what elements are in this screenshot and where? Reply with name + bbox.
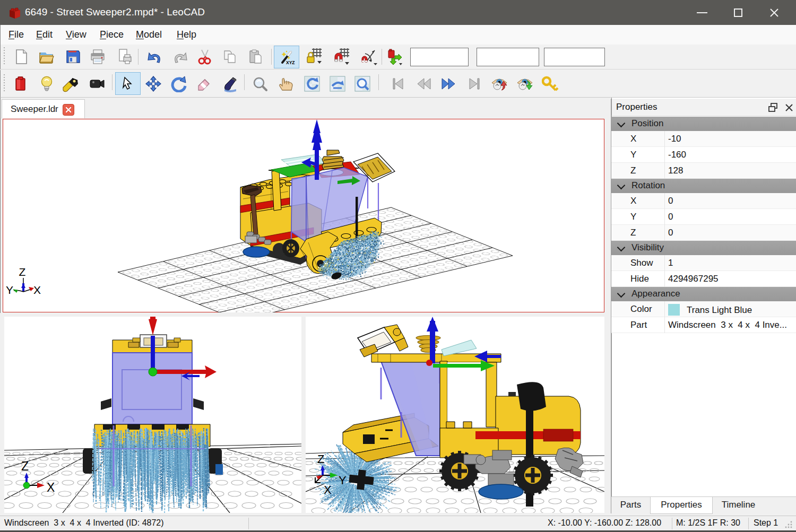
svg-text:X: X — [324, 483, 332, 496]
svg-text:X: X — [47, 481, 55, 494]
svg-text:Z: Z — [19, 266, 26, 278]
svg-text:Z: Z — [317, 452, 324, 466]
svg-text:X: X — [33, 284, 41, 296]
svg-text:Y: Y — [339, 474, 347, 487]
svg-text:Z: Z — [21, 459, 29, 473]
svg-text:XYZ: XYZ — [286, 60, 295, 65]
svg-text:Y: Y — [6, 284, 13, 296]
